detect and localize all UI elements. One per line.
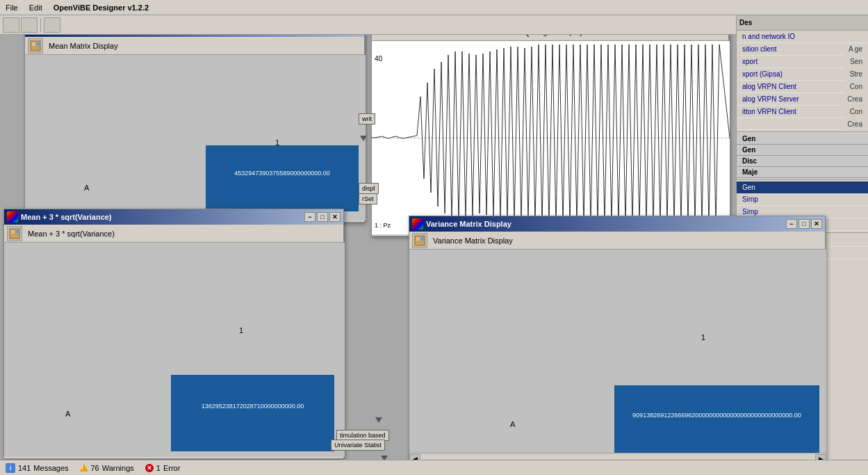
tri-connector-1 [360,136,367,141]
menu-file[interactable]: File [0,2,24,13]
menu-edit[interactable]: Edit [24,2,48,13]
status-warnings: ! 76 Warnings [80,464,134,472]
right-panel-desc-4: Con [844,81,868,93]
mean-sqrt-toolbar-label: Mean + 3 * sqrt(Variance) [28,230,115,238]
svg-rect-1 [32,42,35,46]
status-errors: ✕ 1 Error [145,464,181,472]
messages-icon: i [6,463,15,473]
variance-matrix-toolbar: Variance Matrix Display [409,232,825,250]
right-panel-item-7[interactable] [737,118,842,130]
right-panel-item-1[interactable]: sition client [737,43,843,56]
mean-sqrt-maximize[interactable]: □ [317,212,328,222]
variance-matrix-close[interactable]: ✕ [811,219,822,229]
canvas-block-writ[interactable]: writ [359,113,375,124]
menu-bar: File Edit OpenViBE Designer v1.2.2 [0,0,868,15]
canvas-block-rset[interactable]: rSet [359,193,377,204]
tri-connector-3 [375,417,382,423]
mean-sqrt-letter: A [65,410,70,418]
app-title: OpenViBE Designer v1.2.2 [54,3,149,12]
toolbar-btn-1[interactable] [3,17,19,33]
right-panel-desc-5: Crea [842,93,868,106]
right-panel-category-0: Gen [737,134,868,145]
mean-sqrt-window: Mean + 3 * sqrt(Variance) − □ ✕ Mean + 3… [3,209,344,459]
variance-matrix-number: 1 [701,333,705,341]
desktop: File Edit OpenViBE Designer v1.2.2 shold… [0,0,868,475]
toolbar-btn-3[interactable] [44,17,60,33]
warnings-count: 76 [91,464,99,472]
variance-matrix-value: 9091382691226669620000000000000000000000… [614,412,819,419]
svg-rect-8 [15,230,19,234]
canvas-block-univariate[interactable]: Univariate Statist [331,440,385,451]
svg-rect-7 [11,230,15,234]
mean-sqrt-minimize[interactable]: − [304,212,316,222]
right-panel-category-2: Disc [737,156,868,167]
right-panel-category-3: Maje [737,167,868,178]
right-panel-desc-7: Crea [842,118,868,130]
mean-matrix-value: 4532947390375589000000000.00 [206,170,359,177]
warnings-icon: ! [80,464,88,472]
variance-matrix-maximize[interactable]: □ [799,219,810,229]
messages-count: 141 [18,464,31,472]
right-panel-item-4[interactable]: alog VRPN Client [737,81,844,93]
right-panel-header: Des [737,15,868,31]
right-panel-desc-3: Stre [844,68,868,81]
variance-matrix-minimize[interactable]: − [786,219,797,229]
right-panel-item-2[interactable]: xport [737,56,844,68]
signal-number-label: 40 [375,55,382,63]
status-messages: i 141 Messages [6,463,69,473]
mean-sqrt-title: Mean + 3 * sqrt(Variance) [21,213,304,221]
mean-sqrt-titlebar[interactable]: Mean + 3 * sqrt(Variance) − □ ✕ [4,209,343,225]
right-panel-item-5[interactable]: alog VRPN Server [737,93,842,106]
variance-matrix-toolbar-icon[interactable] [412,233,427,248]
errors-label: Error [163,464,180,472]
messages-label: Messages [33,464,68,472]
mean-matrix-letter: A [84,184,89,192]
errors-icon: ✕ [145,464,154,472]
right-panel-category-1: Gen [737,145,868,156]
mean-matrix-window: Mean Matrix Display − □ ✕ Mean Matrix Di… [24,21,365,223]
variance-matrix-window: Variance Matrix Display − □ ✕ Variance M… [409,216,826,466]
canvas-block-displ[interactable]: displ [359,183,379,194]
signal-display-window: Signal display − □ ✕ Signal display 1 : … [371,7,729,236]
variance-matrix-titlebar[interactable]: Variance Matrix Display − □ ✕ [409,216,825,232]
right-panel-desc-6: Con [844,106,868,118]
errors-count: 1 [156,464,161,472]
variance-matrix-content: 1 A 909138269122666962000000000000000000… [409,250,826,464]
right-panel-sub-0[interactable]: Simp [737,193,868,206]
status-bar: i 141 Messages ! 76 Warnings ✕ 1 Error [0,460,868,475]
svg-rect-10 [416,237,420,241]
variance-matrix-blue-box: 9091382691226669620000000000000000000000… [614,385,819,462]
mean-matrix-blue-box: 4532947390375589000000000.00 [206,145,359,211]
svg-rect-11 [420,237,424,241]
mean-sqrt-value: 136295238172028710000000000.00 [171,403,334,410]
mean-sqrt-icon [7,211,18,223]
mean-sqrt-close[interactable]: ✕ [329,212,341,222]
mean-matrix-toolbar-icon[interactable] [28,38,43,54]
toolbar-btn-2[interactable] [21,17,38,33]
mean-sqrt-number: 1 [239,326,243,335]
right-panel-item-6[interactable]: itton VRPN Client [737,106,844,118]
right-panel-desc-2: Sen [844,56,868,68]
warnings-label: Warnings [102,464,134,472]
variance-matrix-letter: A [510,420,515,428]
variance-matrix-icon [412,218,423,230]
mean-matrix-toolbar-label: Mean Matrix Display [49,42,118,50]
right-panel-item-3[interactable]: xport (Gipsa) [737,68,844,81]
signal-waveform [372,41,730,234]
main-toolbar [0,15,736,35]
svg-rect-2 [36,42,40,46]
right-panel-desc-1: A ge [843,43,868,56]
mean-sqrt-toolbar: Mean + 3 * sqrt(Variance) [4,225,343,243]
right-panel-selected[interactable]: Gen [737,182,868,193]
right-panel-item-0[interactable]: n and network IO [737,31,868,43]
mean-sqrt-toolbar-icon[interactable] [7,226,22,241]
variance-matrix-toolbar-label: Variance Matrix Display [433,236,513,245]
mean-matrix-toolbar: Mean Matrix Display [25,37,364,55]
mean-sqrt-content: 1 A 136295238172028710000000000.00 [4,243,345,457]
signal-plot-area: 1 : Pz 40 [372,41,730,234]
variance-matrix-title: Variance Matrix Display [426,220,786,228]
mean-matrix-content: 1 A 4532947390375589000000000.00 [25,55,366,220]
mean-sqrt-blue-box: 136295238172028710000000000.00 [171,375,334,451]
